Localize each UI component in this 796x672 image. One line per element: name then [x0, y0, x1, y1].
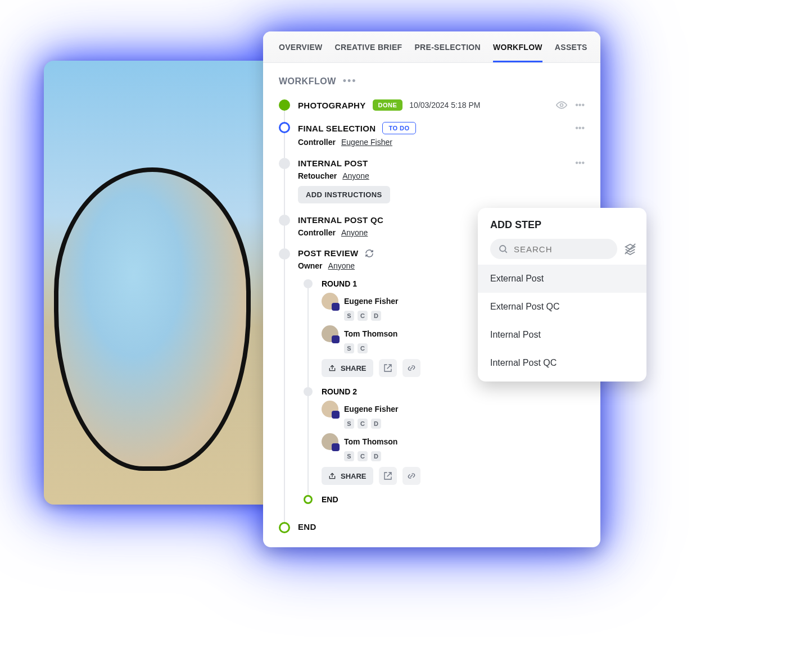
round-title: ROUND 2: [322, 387, 585, 396]
visibility-icon[interactable]: [556, 99, 567, 111]
cycle-icon: [365, 249, 374, 258]
add-instructions-button[interactable]: ADD INSTRUCTIONS: [298, 186, 390, 203]
open-external-button[interactable]: [379, 467, 397, 485]
step-more-icon[interactable]: •••: [575, 100, 585, 110]
add-step-option[interactable]: External Post: [478, 265, 646, 293]
avatar: [322, 401, 338, 417]
add-step-option[interactable]: Internal Post QC: [478, 349, 646, 377]
chip: S: [344, 343, 354, 353]
reviewer-name: Eugene Fisher: [344, 297, 398, 306]
add-step-popover: ADD STEP External Post External Post QC …: [478, 208, 646, 382]
step-marker-done-icon: [279, 99, 290, 111]
svg-point-0: [560, 104, 563, 107]
end-marker-icon: [279, 522, 290, 533]
round-2: ROUND 2 Eugene Fisher S C D Tom Tho: [304, 384, 585, 492]
svg-point-1: [500, 246, 506, 252]
reviewer-name: Tom Thomson: [344, 329, 397, 338]
mirror-illustration: [54, 167, 251, 471]
chip: D: [371, 419, 381, 429]
reviewer-name: Tom Thomson: [344, 437, 397, 446]
step-marker-idle-icon: [279, 248, 290, 260]
unlink-button[interactable]: [402, 467, 420, 485]
add-step-option[interactable]: External Post QC: [478, 293, 646, 321]
add-step-option[interactable]: Internal Post: [478, 321, 646, 349]
avatar: [322, 325, 338, 342]
end-label: END: [322, 495, 585, 504]
share-button[interactable]: SHARE: [322, 467, 373, 485]
end-marker-icon: [304, 495, 313, 504]
step-more-icon[interactable]: •••: [575, 158, 585, 168]
share-label: SHARE: [341, 364, 367, 373]
add-step-title: ADD STEP: [490, 219, 634, 231]
step-marker-idle-icon: [279, 158, 290, 169]
avatar: [322, 433, 338, 450]
chip: C: [358, 311, 368, 321]
section-title: WORKFLOW: [279, 76, 336, 87]
open-external-button[interactable]: [379, 359, 397, 377]
step-more-icon[interactable]: •••: [575, 123, 585, 133]
step-marker-idle-icon: [279, 215, 290, 226]
chip: C: [358, 343, 368, 353]
round-marker-icon: [304, 279, 313, 288]
role-label: Controller: [298, 228, 336, 237]
step-end: END: [279, 519, 585, 534]
step-title: POST REVIEW: [298, 248, 358, 258]
chip: D: [371, 311, 381, 321]
tab-workflow[interactable]: WORKFLOW: [493, 43, 542, 62]
step-title: INTERNAL POST QC: [298, 215, 383, 225]
step-title: FINAL SELECTION: [298, 124, 376, 133]
unlink-button[interactable]: [402, 359, 420, 377]
section-more-icon[interactable]: •••: [343, 75, 357, 87]
role-label: Controller: [298, 138, 336, 147]
step-title: INTERNAL POST: [298, 158, 368, 168]
avatar: [322, 293, 338, 310]
step-title: PHOTOGRAPHY: [298, 101, 366, 110]
chip: C: [358, 451, 368, 461]
tab-overview[interactable]: OVERVIEW: [279, 43, 323, 62]
role-assignee-link[interactable]: Anyone: [341, 228, 368, 237]
step-marker-todo-icon: [279, 122, 290, 133]
search-input[interactable]: [514, 244, 609, 254]
role-assignee-link[interactable]: Eugene Fisher: [341, 138, 392, 147]
share-label: SHARE: [341, 472, 367, 480]
role-assignee-link[interactable]: Anyone: [342, 171, 369, 180]
step-timestamp: 10/03/2024 5:18 PM: [409, 101, 480, 110]
chip: D: [371, 451, 381, 461]
step-title: END: [298, 522, 316, 532]
role-assignee-link[interactable]: Anyone: [328, 261, 355, 270]
background-photo-card: [44, 61, 280, 505]
chip: C: [358, 419, 368, 429]
tab-bar: OVERVIEW CREATIVE BRIEF PRE-SELECTION WO…: [263, 31, 600, 63]
role-label: Owner: [298, 261, 323, 270]
step-photography: PHOTOGRAPHY DONE 10/03/2024 5:18 PM •••: [279, 96, 585, 119]
tab-pre-selection[interactable]: PRE-SELECTION: [414, 43, 480, 62]
search-icon: [498, 244, 508, 254]
chip: S: [344, 451, 354, 461]
layers-icon[interactable]: [624, 243, 636, 255]
tab-assets[interactable]: ASSETS: [555, 43, 587, 62]
search-box[interactable]: [490, 239, 617, 259]
step-internal-post: INTERNAL POST ••• Retoucher Anyone ADD I…: [279, 155, 585, 211]
step-final-selection: FINAL SELECTION TO DO ••• Controller Eug…: [279, 119, 585, 155]
rounds-end: END: [304, 492, 585, 511]
role-label: Retoucher: [298, 171, 337, 180]
tab-creative-brief[interactable]: CREATIVE BRIEF: [335, 43, 402, 62]
chip: S: [344, 311, 354, 321]
status-badge-done: DONE: [373, 99, 403, 111]
status-badge-todo: TO DO: [382, 122, 415, 134]
permission-chips: S C D: [344, 451, 585, 461]
reviewer-row: Eugene Fisher: [322, 401, 585, 417]
round-marker-icon: [304, 387, 313, 396]
reviewer-name: Eugene Fisher: [344, 405, 398, 414]
permission-chips: S C D: [344, 419, 585, 429]
reviewer-row: Tom Thomson: [322, 433, 585, 450]
chip: S: [344, 419, 354, 429]
share-button[interactable]: SHARE: [322, 359, 373, 377]
